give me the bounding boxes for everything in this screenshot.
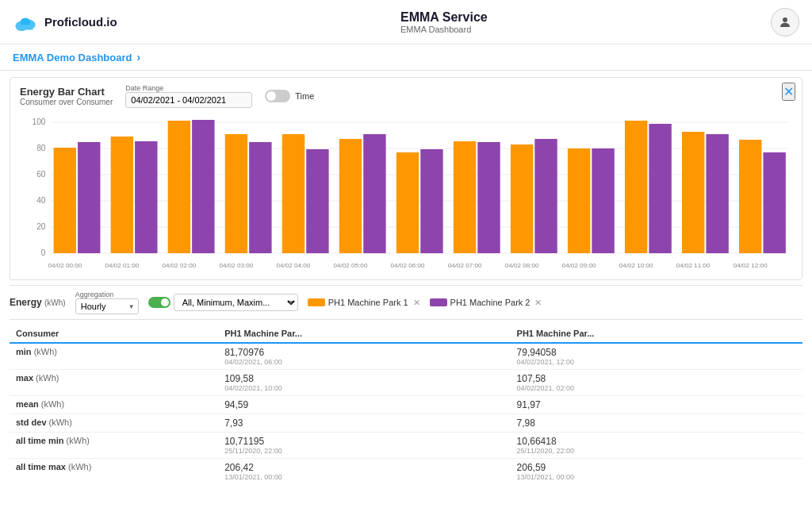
svg-text:04/02 03:00: 04/02 03:00 — [220, 262, 254, 269]
breadcrumb-label: EMMA Demo Dashboard — [13, 52, 132, 64]
svg-text:04/02 08:00: 04/02 08:00 — [505, 262, 539, 269]
svg-text:04/02 02:00: 04/02 02:00 — [162, 262, 196, 269]
svg-text:04/02 12:00: 04/02 12:00 — [733, 262, 768, 269]
svg-rect-35 — [396, 152, 419, 253]
stat-col3-cell: 91,97 — [511, 396, 802, 414]
stat-col2-cell: 206,4213/01/2021, 00:00 — [218, 459, 510, 485]
svg-text:100: 100 — [33, 117, 46, 126]
chart-header: Energy Bar Chart Consumer over Consumer … — [20, 84, 792, 108]
time-toggle-label: Time — [295, 91, 314, 101]
legend-label-park2: PH1 Machine Park 2 — [450, 298, 530, 307]
legend-close-park2[interactable]: ✕ — [534, 298, 542, 308]
svg-text:80: 80 — [36, 144, 46, 152]
table-row: mean (kWh)94,5991,97 — [10, 396, 802, 414]
stat-label-cell: all time min (kWh) — [10, 433, 218, 459]
energy-label: Energy — [10, 297, 42, 308]
svg-rect-26 — [225, 134, 247, 253]
chart-title: Energy Bar Chart Consumer over Consumer — [20, 86, 113, 106]
table-row: max (kWh)109,5804/02/2021, 10:00107,5804… — [10, 370, 802, 396]
stat-col3-cell: 7,98 — [511, 414, 802, 433]
person-icon — [778, 15, 792, 29]
logo-text: Proficloud.io — [44, 15, 117, 29]
svg-text:40: 40 — [36, 196, 46, 205]
statistics-select[interactable]: All, Minimum, Maxim... — [174, 294, 298, 311]
svg-rect-32 — [339, 139, 362, 253]
date-range-label: Date Range — [125, 84, 252, 92]
time-toggle[interactable]: Time — [265, 90, 314, 102]
svg-point-4 — [783, 17, 787, 22]
svg-text:60: 60 — [36, 170, 46, 179]
table-row: std dev (kWh)7,937,98 — [10, 414, 802, 433]
aggregation-select[interactable]: Hourly Daily Weekly Monthly — [75, 298, 139, 314]
service-subtitle: EMMA Dashboard — [400, 25, 488, 34]
energy-unit: (kWh) — [44, 298, 66, 307]
table-col1-header: Consumer — [10, 325, 218, 343]
svg-rect-53 — [739, 140, 761, 253]
svg-rect-21 — [135, 141, 157, 253]
bar-chart-area: 100 80 60 40 20 0 04/02 00:00 04/02 01:0… — [20, 114, 792, 273]
aggregation-group: Aggregation Hourly Daily Weekly Monthly — [75, 291, 139, 314]
stat-col2-cell: 109,5804/02/2021, 10:00 — [218, 370, 510, 396]
stat-label-cell: min (kWh) — [10, 343, 218, 370]
service-title: EMMA Service — [400, 10, 488, 25]
stat-col3-cell: 10,6641825/11/2020, 22:00 — [511, 433, 802, 459]
svg-rect-3 — [18, 25, 33, 29]
svg-rect-39 — [477, 142, 500, 253]
header: Proficloud.io EMMA Service EMMA Dashboar… — [0, 0, 812, 44]
legend-label-park1: PH1 Machine Park 1 — [328, 298, 408, 307]
chart-card: ✕ Energy Bar Chart Consumer over Consume… — [10, 77, 802, 280]
svg-rect-27 — [249, 142, 271, 253]
svg-text:04/02 07:00: 04/02 07:00 — [448, 262, 482, 269]
stats-toggle-knob — [161, 298, 169, 306]
svg-rect-45 — [592, 148, 614, 253]
stat-label-cell: all time max (kWh) — [10, 459, 218, 485]
svg-rect-33 — [363, 134, 385, 253]
svg-rect-38 — [454, 141, 476, 253]
date-range-input[interactable] — [125, 92, 252, 108]
stat-col3-cell: 79,9405804/02/2021, 12:00 — [511, 343, 802, 370]
legend-item-park1: PH1 Machine Park 1 ✕ — [308, 298, 420, 308]
svg-rect-47 — [625, 121, 647, 253]
stat-col2-cell: 94,59 — [218, 396, 510, 414]
table-row: all time min (kWh)10,7119525/11/2020, 22… — [10, 433, 802, 459]
time-toggle-switch[interactable] — [265, 90, 290, 102]
svg-text:04/02 10:00: 04/02 10:00 — [619, 262, 653, 269]
aggregation-select-wrapper: Hourly Daily Weekly Monthly — [75, 298, 139, 314]
controls-row: Energy (kWh) Aggregation Hourly Daily We… — [10, 285, 802, 320]
svg-text:04/02 00:00: 04/02 00:00 — [48, 262, 82, 269]
stat-col2-cell: 7,93 — [218, 414, 510, 433]
svg-text:04/02 04:00: 04/02 04:00 — [277, 262, 311, 269]
svg-text:04/02 01:00: 04/02 01:00 — [105, 262, 139, 269]
chart-close-button[interactable]: ✕ — [782, 83, 795, 101]
table-row: min (kWh)81,7097604/02/2021, 06:0079,940… — [10, 343, 802, 370]
svg-rect-48 — [649, 124, 671, 253]
svg-rect-20 — [111, 137, 133, 253]
date-range-group: Date Range — [125, 84, 252, 108]
svg-text:04/02 11:00: 04/02 11:00 — [676, 262, 710, 269]
table-col3-header: PH1 Machine Par... — [511, 325, 802, 343]
stat-col3-cell: 206,5913/01/2021, 00:00 — [511, 459, 802, 485]
logo-area: Proficloud.io — [13, 13, 117, 31]
legend-item-park2: PH1 Machine Park 2 ✕ — [430, 298, 542, 308]
svg-rect-44 — [568, 148, 590, 253]
toggle-knob — [266, 91, 276, 101]
stat-col2-cell: 81,7097604/02/2021, 06:00 — [218, 343, 510, 370]
svg-rect-41 — [511, 144, 533, 253]
svg-rect-29 — [282, 134, 304, 253]
legend-color-park2 — [430, 298, 447, 306]
logo-icon — [13, 13, 38, 31]
svg-rect-54 — [763, 152, 785, 253]
svg-rect-50 — [682, 132, 704, 253]
svg-text:04/02 05:00: 04/02 05:00 — [334, 262, 368, 269]
avatar-button[interactable] — [771, 8, 799, 37]
energy-label-group: Energy (kWh) — [10, 297, 66, 308]
svg-text:04/02 09:00: 04/02 09:00 — [562, 262, 596, 269]
svg-rect-42 — [534, 139, 557, 253]
chart-title-text: Energy Bar Chart — [20, 86, 113, 98]
header-title: EMMA Service EMMA Dashboard — [400, 10, 488, 34]
legend-close-park1[interactable]: ✕ — [413, 298, 420, 308]
stat-label-cell: mean (kWh) — [10, 396, 218, 414]
stats-table: Consumer PH1 Machine Par... PH1 Machine … — [10, 325, 802, 484]
aggregation-label: Aggregation — [75, 291, 139, 298]
statistics-toggle[interactable] — [148, 297, 170, 308]
